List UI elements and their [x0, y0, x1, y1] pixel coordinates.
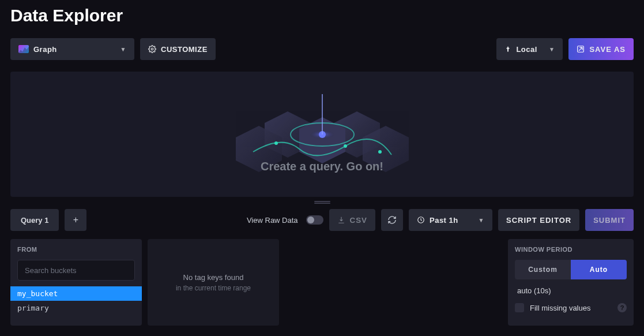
from-panel-title: From — [17, 246, 135, 253]
chevron-down-icon: ▼ — [479, 217, 484, 223]
export-icon — [577, 45, 585, 53]
chevron-down-icon: ▼ — [549, 46, 555, 53]
from-panel: From my_bucket primary — [10, 239, 142, 326]
fill-missing-label: Fill missing values — [530, 304, 612, 312]
refresh-button[interactable] — [381, 209, 403, 231]
clock-icon — [417, 216, 425, 224]
window-auto-value: auto (10s) — [517, 286, 624, 295]
fill-missing-row: Fill missing values ? — [515, 303, 627, 312]
refresh-icon — [387, 215, 397, 225]
page-title: Data Explorer — [10, 6, 634, 25]
save-as-label: Save As — [589, 45, 626, 54]
svg-point-11 — [274, 141, 278, 145]
svg-point-13 — [378, 150, 382, 154]
chevron-down-icon: ▼ — [120, 46, 126, 53]
tag-empty-line1: No tag keys found — [183, 273, 244, 282]
timezone-label: Local — [516, 45, 537, 54]
graph-icon — [18, 45, 29, 53]
empty-state-text: Create a query. Go on! — [261, 160, 383, 173]
window-period-title: Window Period — [515, 246, 627, 253]
timezone-dropdown[interactable]: Local ▼ — [496, 38, 563, 60]
query-builder-panels: From my_bucket primary No tag keys found… — [10, 239, 634, 326]
svg-point-0 — [151, 48, 153, 50]
download-icon — [337, 216, 345, 224]
window-custom-button[interactable]: Custom — [515, 260, 571, 279]
empty-state-illustration — [10, 72, 634, 197]
query-tab-1[interactable]: Query 1 — [10, 209, 59, 231]
fill-missing-checkbox[interactable] — [515, 303, 524, 312]
csv-label: CSV — [350, 216, 367, 225]
query-toolbar: Query 1 + View Raw Data CSV Past 1h ▼ Sc… — [10, 209, 634, 231]
add-query-button[interactable]: + — [65, 209, 86, 231]
submit-button[interactable]: Submit — [585, 209, 634, 231]
time-range-label: Past 1h — [430, 216, 458, 225]
pin-icon — [504, 46, 511, 53]
visualization-type-dropdown[interactable]: Graph ▼ — [10, 38, 134, 60]
visualization-canvas: Create a query. Go on! — [10, 72, 634, 197]
visualization-type-label: Graph — [33, 45, 57, 54]
svg-point-12 — [344, 144, 347, 148]
window-auto-button[interactable]: Auto — [571, 260, 627, 279]
top-toolbar: Graph ▼ Customize Local ▼ Save As — [10, 38, 634, 60]
window-period-panel: Window Period Custom Auto auto (10s) Fil… — [508, 239, 634, 326]
bucket-list: my_bucket primary — [10, 286, 142, 315]
csv-export-button[interactable]: CSV — [329, 209, 375, 231]
time-range-dropdown[interactable]: Past 1h ▼ — [409, 209, 492, 231]
save-as-button[interactable]: Save As — [568, 38, 634, 60]
bucket-item-primary[interactable]: primary — [10, 301, 142, 315]
bucket-item-my-bucket[interactable]: my_bucket — [10, 286, 142, 301]
bucket-search-input[interactable] — [17, 260, 135, 281]
customize-button[interactable]: Customize — [140, 38, 216, 60]
script-editor-button[interactable]: Script Editor — [498, 209, 579, 231]
tag-filter-panel: No tag keys found in the current time ra… — [148, 239, 279, 326]
tag-empty-line2: in the current time range — [176, 284, 251, 292]
info-icon[interactable]: ? — [617, 303, 627, 312]
gear-icon — [148, 45, 156, 53]
window-period-segmented: Custom Auto — [515, 260, 627, 279]
resize-handle[interactable] — [10, 197, 634, 208]
view-raw-data-toggle[interactable] — [306, 215, 323, 225]
view-raw-data-label: View Raw Data — [247, 216, 298, 225]
customize-label: Customize — [161, 45, 208, 54]
